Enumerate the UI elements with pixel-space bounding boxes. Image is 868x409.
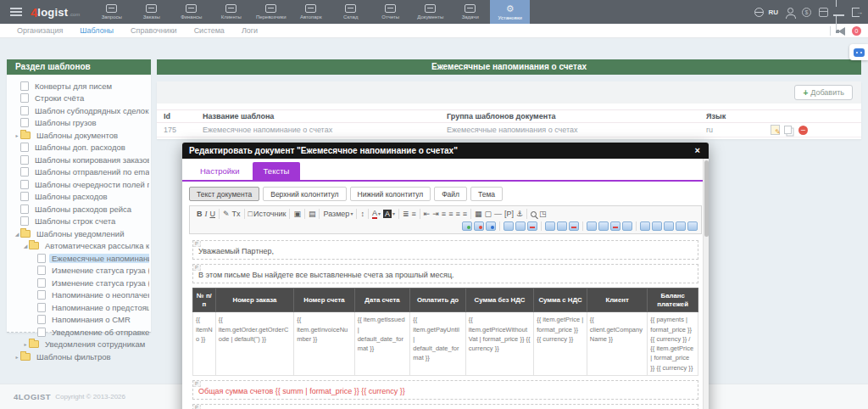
image-properties-icon[interactable] <box>486 221 496 231</box>
text-color-button[interactable]: A▾ <box>372 209 381 219</box>
align-center-button[interactable]: ≡ <box>448 209 453 219</box>
template-button[interactable]: ▤ <box>309 209 316 219</box>
nav-item-clients[interactable]: Клиенты <box>211 0 251 24</box>
tree-item[interactable]: Напоминание о предстоящей оплате <box>8 301 149 314</box>
expanded-arrow-icon[interactable]: ◢ <box>14 231 20 237</box>
insert-row-above-icon[interactable] <box>504 221 514 231</box>
nav-item-requests[interactable]: Запросы <box>92 0 131 24</box>
find-button[interactable] <box>531 211 537 217</box>
align-right-button[interactable]: ≡ <box>455 209 459 219</box>
notifications-button[interactable]: 1 <box>836 0 844 31</box>
delete-col-icon[interactable] <box>569 221 579 231</box>
subtab[interactable]: Файл <box>434 187 467 201</box>
merge-down-icon[interactable] <box>664 221 674 231</box>
paste-button[interactable]: ▣ <box>293 209 301 219</box>
cell-properties-icon[interactable] <box>622 221 632 231</box>
billing-icon[interactable]: $ <box>802 8 811 17</box>
tree-item[interactable]: Шаблоны расходов <box>8 191 149 204</box>
subnav-item[interactable]: Организация <box>17 26 63 35</box>
close-icon[interactable]: × <box>693 143 702 159</box>
nav-item-finance[interactable]: Финансы <box>171 0 211 24</box>
editor-invoice-table[interactable]: № п/пНомер заказаНомер счетаДата счетаОп… <box>192 288 698 376</box>
scrollbar-thumb[interactable] <box>704 160 709 237</box>
tree-item[interactable]: Шаблоны копирования заказов <box>8 154 149 166</box>
tree-item[interactable]: ▸Шаблоны документов <box>8 129 149 142</box>
font-size-button[interactable]: Размер ▾ <box>323 209 353 219</box>
indent-button[interactable]: ⇥ <box>432 209 439 219</box>
tree-item[interactable]: Шаблон субподрядных сделок <box>8 104 149 117</box>
align-left-button[interactable]: ≡ <box>442 209 446 219</box>
tree-item[interactable]: Шаблоны расходов рейса <box>8 203 149 216</box>
tree-item[interactable]: Ежемесячные напоминания о счетах <box>8 252 149 265</box>
copy-formatting-button[interactable]: ✎ <box>223 209 230 219</box>
tree-item[interactable]: Напоминание о неоплаченном счете <box>8 289 149 302</box>
subtab[interactable]: Верхний колонтитул <box>263 187 346 201</box>
tree-item[interactable]: Изменение статуса груза (WhatsApp) <box>8 265 149 277</box>
maximize-button[interactable]: ◳ <box>539 209 547 219</box>
tree-item[interactable]: Шаблоны грузов <box>8 117 149 130</box>
nav-item-fleet[interactable]: Автопарк <box>291 0 331 24</box>
anchor-button[interactable]: ⚓ <box>516 209 523 219</box>
tree-item[interactable]: ▸Уведомления сотрудникам <box>8 339 149 351</box>
tree-item[interactable]: Конверты для писем <box>8 80 149 92</box>
bold-button[interactable]: B <box>197 209 203 219</box>
language-code[interactable]: RU <box>768 8 778 16</box>
split-horizontal-icon[interactable] <box>676 221 686 231</box>
user-profile-icon[interactable] <box>786 8 794 17</box>
tree-item[interactable]: Изменение статуса груза (email) <box>8 277 149 289</box>
nav-item-tasks[interactable]: Задачи <box>450 0 490 24</box>
remove-format-button[interactable]: Tx <box>232 209 241 219</box>
subnav-item[interactable]: Система <box>194 26 225 35</box>
horizontal-rule-button[interactable]: ― <box>494 209 502 219</box>
insert-col-left-icon[interactable] <box>545 221 555 231</box>
italic-button[interactable]: I <box>205 209 208 219</box>
tree-item[interactable]: Шаблоны отправлений по email <box>8 166 149 179</box>
insert-col-right-icon[interactable] <box>557 221 567 231</box>
tree-item[interactable]: Напоминания о CMR <box>8 314 149 327</box>
merge-right-icon[interactable] <box>652 221 662 231</box>
delete-row-icon[interactable] <box>527 221 537 231</box>
editor-content[interactable]: PУважаемый Партнер,PВ этом письме Вы най… <box>189 234 702 409</box>
hamburger-menu-icon[interactable] <box>10 8 22 16</box>
tree-item[interactable]: Строки счёта <box>8 92 149 105</box>
table-button[interactable]: ▦ <box>475 209 482 219</box>
tree-item[interactable]: Уведомление об отправке документов <box>8 326 149 339</box>
logout-icon[interactable] <box>852 8 860 17</box>
language-switcher[interactable] <box>754 8 764 17</box>
outdent-button[interactable]: ⇤ <box>424 209 431 219</box>
collapsed-arrow-icon[interactable]: ▸ <box>14 132 20 138</box>
tree-item[interactable]: ◢Шаблоны уведомлений <box>8 227 149 240</box>
tree-item[interactable]: ▸Шаблоны фильтров <box>8 350 149 363</box>
tree-item[interactable]: ◢Автоматическая рассылка контрагентам <box>8 240 149 253</box>
line-height-button[interactable]: ↕ <box>360 209 364 219</box>
split-vertical-icon[interactable] <box>687 221 698 231</box>
expanded-arrow-icon[interactable]: ◢ <box>22 243 29 249</box>
editor-paragraph[interactable]: PУважаемый Партнер, <box>192 240 698 260</box>
page-break-button[interactable]: [P] <box>504 209 514 219</box>
tree-item[interactable]: Шаблоны очередности полей при импорте <box>8 178 149 191</box>
source-button[interactable]: □ Источник <box>248 209 287 219</box>
edit-icon[interactable] <box>771 125 780 135</box>
nav-item-documents[interactable]: Документы <box>410 0 450 24</box>
delete-cell-icon[interactable] <box>610 221 620 231</box>
align-justify-button[interactable]: ≡ <box>463 209 467 219</box>
subtab[interactable]: Тема <box>470 187 503 201</box>
bg-color-button[interactable]: A▾ <box>383 209 395 219</box>
tab-тексты[interactable]: Тексты <box>253 162 301 180</box>
numbered-list-button[interactable]: ≣ <box>403 209 409 219</box>
subtab[interactable]: Нижний колонтитул <box>350 187 431 201</box>
merge-cells-icon[interactable] <box>640 221 650 231</box>
nav-item-warehouse[interactable]: Склад <box>331 0 370 24</box>
nav-item-carriers[interactable]: Перевозчики <box>251 0 291 24</box>
nav-item-orders[interactable]: Заказы <box>131 0 171 24</box>
editor-paragraph[interactable]: PЕсли у Вас есть вопросы, пожалуйста, св… <box>192 404 698 409</box>
announcements-badge[interactable]: 0 <box>852 26 861 36</box>
subnav-item[interactable]: Шаблоны <box>80 26 114 35</box>
add-image-icon[interactable] <box>462 221 472 231</box>
tree-item[interactable]: Шаблоны строк счета <box>8 216 149 228</box>
bulleted-list-button[interactable]: ≡ <box>412 209 416 219</box>
move-row-down-icon[interactable] <box>598 221 609 231</box>
div-container-button[interactable]: ▢ <box>484 209 492 219</box>
nav-item-settings[interactable]: ⚙Установки <box>490 0 530 24</box>
add-button[interactable]: + Добавить <box>794 85 853 100</box>
